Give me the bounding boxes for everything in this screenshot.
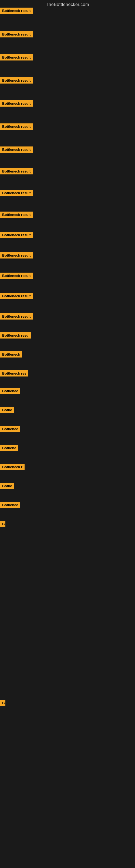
bottleneck-label: Bottleneck result [2,191,31,195]
bottleneck-label: Bottleneck result [2,274,31,278]
bottleneck-item: Bottleneck result [0,147,33,153]
bottleneck-item: Bottleneck result [0,232,33,238]
bottleneck-badge[interactable]: Bottleneck r [0,464,25,470]
bottleneck-item: Bottleneck result [0,313,33,319]
bottleneck-label: Bottleneck result [2,233,31,237]
bottleneck-label: Bottleneck result [2,9,31,13]
bottleneck-badge[interactable]: Bottleneck result [0,100,33,106]
bottleneck-badge[interactable]: Bottleneck result [0,77,33,84]
bottleneck-item: Bottleneck result [0,100,33,106]
bottleneck-item: Bottleneck resu [0,332,31,339]
bottleneck-badge[interactable]: Bottleneck result [0,190,33,196]
bottleneck-badge[interactable]: Bottleneck result [0,313,33,319]
bottleneck-label: Bottlenec [2,389,18,393]
bottleneck-label: Bottleneck r [2,465,22,469]
bottleneck-badge[interactable]: Bottleneck result [0,168,33,175]
bottleneck-badge[interactable]: Bottle [0,483,14,489]
bottleneck-label: Bottle [2,408,12,412]
bottleneck-item: Bottleneck res [0,370,28,376]
bottleneck-label: Bottlenec [2,503,18,507]
bottleneck-badge[interactable]: Bottleneck [0,351,22,358]
bottleneck-item: Bottleneck result [0,252,33,258]
site-title: TheBottlenecker.com [0,0,135,8]
bottleneck-item: Bottleneck result [0,31,33,37]
bottleneck-badge[interactable]: Bottleneck result [0,252,33,258]
bottleneck-badge[interactable]: Bottleneck resu [0,332,31,339]
bottleneck-label: Bottleneck result [2,124,31,129]
bottleneck-label: Bottleneck result [2,169,31,173]
bottleneck-badge[interactable]: Bottlene [0,445,18,451]
bottleneck-label: Bottleneck result [2,101,31,105]
bottleneck-badge[interactable]: B [0,521,5,527]
bottleneck-badge[interactable]: Bottleneck result [0,232,33,238]
bottleneck-label: Bottleneck resu [2,333,29,337]
bottleneck-badge[interactable]: Bottleneck result [0,293,33,299]
bottleneck-label: Bottle [2,484,12,488]
bottleneck-item: Bottleneck result [0,123,33,130]
bottleneck-label: Bottleneck result [2,148,31,152]
bottleneck-badge[interactable]: Bottleneck result [0,54,33,61]
bottleneck-item: Bottleneck [0,351,22,358]
bottleneck-item: B [0,700,5,706]
bottleneck-item: Bottleneck result [0,77,33,84]
bottleneck-badge[interactable]: Bottlenec [0,388,20,394]
bottleneck-item: Bottleneck result [0,168,33,175]
bottleneck-label: Bottleneck result [2,294,31,298]
bottleneck-badge[interactable]: B [0,700,5,706]
bottleneck-label: Bottlene [2,446,16,450]
bottleneck-item: Bottleneck result [0,293,33,299]
bottleneck-item: Bottleneck result [0,54,33,61]
bottleneck-item: Bottlenec [0,502,20,508]
bottleneck-item: Bottleneck r [0,464,25,470]
bottleneck-label: Bottlenec [2,427,18,431]
bottleneck-badge[interactable]: Bottleneck result [0,31,33,37]
bottleneck-badge[interactable]: Bottleneck res [0,370,28,376]
bottleneck-badge[interactable]: Bottle [0,407,14,413]
bottleneck-badge[interactable]: Bottleneck result [0,212,33,218]
bottleneck-item: B [0,521,5,527]
bottleneck-item: Bottleneck result [0,8,33,14]
bottleneck-item: Bottlene [0,445,18,451]
bottleneck-label: Bottleneck result [2,32,31,36]
bottleneck-item: Bottle [0,483,14,489]
bottleneck-badge[interactable]: Bottlenec [0,426,20,432]
bottleneck-badge[interactable]: Bottleneck result [0,273,33,279]
bottleneck-label: B [2,701,5,705]
bottleneck-badge[interactable]: Bottleneck result [0,123,33,130]
bottleneck-badge[interactable]: Bottleneck result [0,8,33,14]
bottleneck-item: Bottlenec [0,426,20,432]
bottleneck-item: Bottlenec [0,388,20,394]
bottleneck-label: Bottleneck result [2,79,31,83]
bottleneck-label: Bottleneck [2,352,20,356]
bottleneck-item: Bottleneck result [0,190,33,196]
bottleneck-badge[interactable]: Bottlenec [0,502,20,508]
bottleneck-item: Bottleneck result [0,212,33,218]
bottleneck-label: Bottleneck res [2,371,27,375]
bottleneck-badge[interactable]: Bottleneck result [0,147,33,153]
bottleneck-label: Bottleneck result [2,253,31,257]
bottleneck-label: Bottleneck result [2,55,31,59]
bottleneck-item: Bottleneck result [0,273,33,279]
bottleneck-label: Bottleneck result [2,213,31,217]
bottleneck-label: Bottleneck result [2,314,31,318]
site-header: TheBottlenecker.com [0,0,135,8]
bottleneck-label: B [2,522,5,526]
bottleneck-item: Bottle [0,407,14,413]
